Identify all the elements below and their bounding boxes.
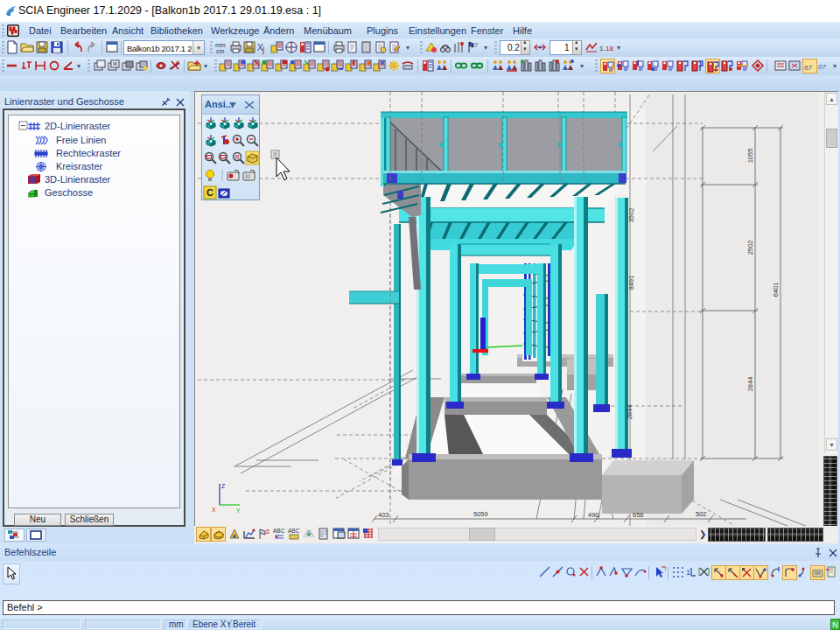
svg-text:j: j [262, 45, 264, 54]
svg-text:6401: 6401 [772, 283, 780, 298]
svg-text:mm: mm [215, 42, 226, 48]
svg-text:8491: 8491 [627, 276, 635, 290]
svg-text:2844: 2844 [746, 377, 754, 392]
svg-text:1.: 1. [599, 45, 606, 52]
svg-text:C: C [206, 187, 214, 198]
svg-text:Y: Y [236, 508, 241, 514]
svg-text:?: ? [474, 42, 478, 48]
svg-text:1: 1 [686, 568, 690, 577]
svg-text:2844: 2844 [626, 405, 634, 420]
svg-text:ABC: ABC [288, 528, 300, 534]
svg-text:403: 403 [378, 511, 389, 519]
svg-text:ABC: ABC [273, 528, 285, 534]
svg-text:2502: 2502 [746, 241, 754, 256]
svg-text:Z: Z [221, 483, 226, 489]
svg-text:07: 07 [818, 63, 826, 71]
svg-text:490: 490 [588, 511, 599, 519]
svg-text:656: 656 [633, 511, 644, 519]
svg-text:1055: 1055 [746, 149, 754, 164]
svg-text:18: 18 [606, 45, 613, 52]
svg-text:X: X [212, 507, 216, 513]
svg-text:3502: 3502 [627, 208, 635, 223]
svg-text:67: 67 [804, 64, 812, 72]
svg-text:5059: 5059 [473, 510, 488, 518]
svg-text:502: 502 [696, 510, 707, 518]
svg-text:cm: cm [216, 48, 225, 54]
